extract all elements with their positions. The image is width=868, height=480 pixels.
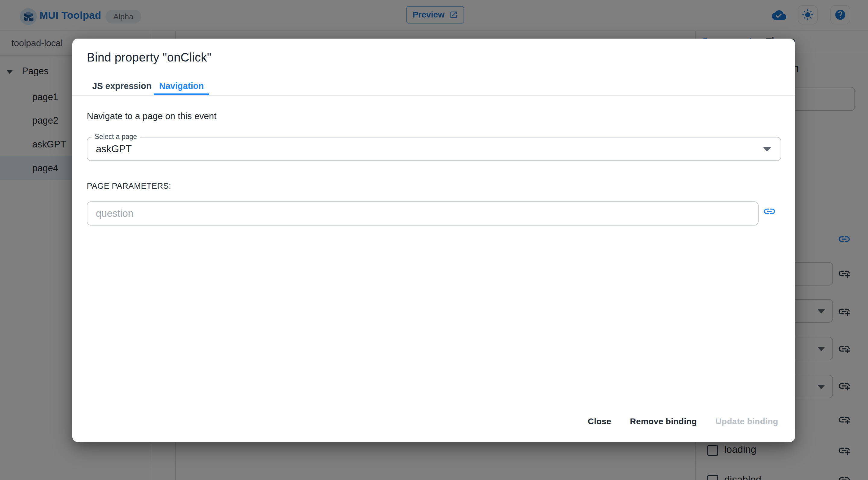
bind-property-dialog: Bind property "onClick" JS expression Na… [72,38,795,442]
dialog-actions: Close Remove binding Update binding [581,412,785,431]
tab-navigation[interactable]: Navigation [159,79,204,93]
close-button[interactable]: Close [581,412,618,431]
dialog-title: Bind property "onClick" [87,51,211,64]
divider [72,95,795,96]
question-parameter-input[interactable] [87,202,758,226]
bind-parameter-link-icon[interactable] [763,205,776,218]
tab-js-expression[interactable]: JS expression [92,79,152,93]
page-select[interactable]: Select a page askGPT [87,137,781,161]
remove-binding-button[interactable]: Remove binding [623,412,704,431]
update-binding-button[interactable]: Update binding [709,412,785,431]
chevron-down-icon [763,147,771,152]
page-parameters-heading: PAGE PARAMETERS: [87,181,171,191]
page-select-value: askGPT [96,138,132,160]
dialog-description: Navigate to a page on this event [87,111,216,121]
